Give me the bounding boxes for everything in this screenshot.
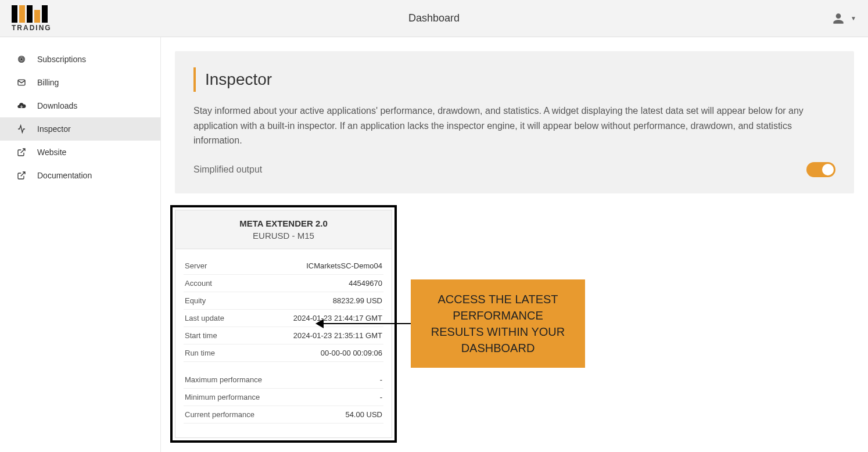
widget-row-label: Maximum performance [185,375,262,384]
widget-subtitle: EURUSD - M15 [181,231,386,241]
widget-header: META EXTENDER 2.0 EURUSD - M15 [175,210,392,249]
page-title: Dashboard [408,12,460,24]
panel-description: Stay informed about your active applicat… [193,103,835,148]
widget-title: META EXTENDER 2.0 [181,218,386,228]
external-link-icon [16,170,27,181]
external-link-icon [16,147,27,157]
widget-row-value: 2024-01-23 21:35:11 GMT [293,331,382,340]
sidebar-item-downloads[interactable]: Downloads [0,94,160,117]
sidebar-item-inspector[interactable]: Inspector [0,117,160,141]
panel-title: Inspector [205,70,272,89]
sidebar-item-label: Website [37,148,66,157]
activity-icon [16,124,27,134]
widget-row-label: Server [185,261,207,270]
svg-point-0 [21,59,23,60]
widget-row-value: ICMarketsSC-Demo04 [306,261,382,270]
widget-row-value: - [380,375,382,384]
widget-row: Account 44549670 [184,275,383,292]
widget-row-value: 88232.99 USD [333,296,382,305]
panel-accent [193,67,196,92]
widget-row: Last update 2024-01-23 21:44:17 GMT [184,310,383,327]
mail-icon [16,77,27,88]
widget-row: Equity 88232.99 USD [184,292,383,310]
content-area: Inspector Stay informed about your activ… [161,37,868,452]
widget-row-label: Account [185,279,212,288]
sidebar-item-subscriptions[interactable]: Subscriptions [0,48,160,71]
arrow-left-icon [315,319,324,328]
widget-row: Run time 00-00-00 00:09:06 [184,345,383,362]
logo-text: TRADING [12,24,52,32]
chevron-down-icon: ▼ [851,15,856,21]
sidebar-item-label: Documentation [37,171,92,180]
simplified-output-label: Simplified output [193,164,262,175]
sidebar-item-label: Subscriptions [37,55,86,64]
widget-row: Current performance 54.00 USD [184,406,383,424]
widget-row-value: - [380,393,382,401]
widget-row: Maximum performance - [184,371,383,389]
widget-row-label: Minimum performance [185,393,260,401]
sidebar-item-documentation[interactable]: Documentation [0,164,160,187]
widget-row-value: 54.00 USD [345,410,382,419]
user-menu[interactable]: ▼ [831,11,856,26]
widget-row-label: Last update [185,314,224,322]
widget-row: Server ICMarketsSC-Demo04 [184,257,383,275]
logo[interactable]: TRADING [12,5,52,32]
inspector-panel: Inspector Stay informed about your activ… [175,51,854,193]
widget-row-value: 44549670 [349,279,382,288]
callout-box: ACCESS THE LATEST PERFORMANCE RESULTS WI… [411,279,585,368]
cloud-download-icon [16,101,27,111]
widget-row: Minimum performance - [184,389,383,406]
sidebar: Subscriptions Billing Downloads Inspecto… [0,37,161,452]
logo-mark [12,5,51,23]
broadcast-icon [16,54,27,64]
sidebar-item-label: Billing [37,78,59,87]
widget-row-label: Start time [185,331,217,340]
sidebar-item-billing[interactable]: Billing [0,71,160,94]
widget-row: Start time 2024-01-23 21:35:11 GMT [184,327,383,345]
widget-row-value: 2024-01-23 21:44:17 GMT [293,314,382,322]
widget-row-value: 00-00-00 00:09:06 [321,349,382,357]
sidebar-item-website[interactable]: Website [0,141,160,164]
widget-row-label: Run time [185,349,215,357]
arrow-connector [403,319,411,328]
sidebar-item-label: Downloads [37,101,77,110]
user-icon [831,11,846,26]
widget-row-label: Equity [185,296,206,305]
app-header: TRADING Dashboard ▼ [0,0,868,37]
widget-row-label: Current performance [185,410,254,419]
sidebar-item-label: Inspector [37,124,71,134]
simplified-output-toggle[interactable] [806,162,835,177]
